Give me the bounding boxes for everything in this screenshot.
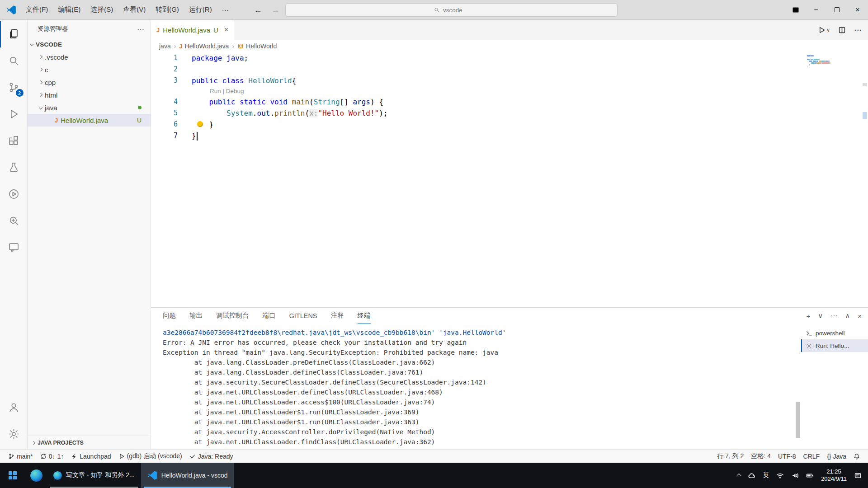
menu-more-menus[interactable]: ··· <box>217 4 234 16</box>
run-java-button[interactable]: ∨ <box>818 26 830 34</box>
taskbar-vscode-window[interactable]: HelloWorld.java - vscod <box>141 463 234 488</box>
activitybar-settings[interactable] <box>0 421 28 447</box>
menu-selection[interactable]: 选择(S) <box>85 4 118 16</box>
panel-tab-ports[interactable]: 端口 <box>263 308 276 324</box>
status-indentation[interactable]: 空格: 4 <box>747 450 774 463</box>
activitybar-run-debug[interactable] <box>0 101 28 127</box>
panel-tab-gitlens[interactable]: GITLENS <box>289 308 317 324</box>
menu-go[interactable]: 转到(G) <box>151 4 184 16</box>
panel-tab-terminal[interactable]: 终端 <box>358 308 371 324</box>
activitybar-testing[interactable] <box>0 154 28 181</box>
activitybar-search[interactable] <box>0 47 28 74</box>
activitybar-java-search[interactable] <box>0 207 28 234</box>
lightbulb-icon[interactable] <box>197 121 203 127</box>
search-input[interactable] <box>443 7 469 14</box>
minimap[interactable] <box>807 55 861 68</box>
back-button[interactable]: ← <box>254 5 262 15</box>
activitybar-feedback[interactable] <box>0 234 28 261</box>
bell-icon <box>854 453 860 460</box>
sidebar-item-dot-vscode[interactable]: .vscode <box>28 51 151 63</box>
minimize-button[interactable]: − <box>806 0 826 20</box>
status-language-mode[interactable]: {} Java <box>823 450 850 463</box>
codelens-debug-link[interactable]: Debug <box>226 88 244 94</box>
java-file-icon: J <box>156 27 160 33</box>
battery-icon[interactable] <box>806 472 814 479</box>
new-terminal-icon[interactable]: + <box>807 312 811 320</box>
editor-more-actions-icon[interactable]: ⋯ <box>854 25 862 35</box>
activitybar-explorer[interactable] <box>0 21 28 47</box>
editor-scrollbar[interactable] <box>861 52 868 307</box>
sidebar-item-cpp[interactable]: cpp <box>28 76 151 89</box>
menu-run[interactable]: 运行(R) <box>184 4 217 16</box>
terminal-line: a3e2866a74b60736984f2fdeeb8f8\redhat.jav… <box>163 328 795 338</box>
sidebar-item-java[interactable]: java <box>28 101 151 114</box>
panel-tab-debug-console[interactable]: 调试控制台 <box>216 308 249 324</box>
tray-expand-icon[interactable] <box>737 473 741 478</box>
layout-toggle-icon[interactable] <box>786 0 806 20</box>
panel-tab-comments[interactable]: 注释 <box>331 308 344 324</box>
sidebar-item-helloworld-java[interactable]: JHelloWorld.javaU <box>28 114 151 127</box>
start-button[interactable] <box>0 463 25 488</box>
clock[interactable]: 21:25 2024/9/11 <box>821 468 847 483</box>
status-debug-config[interactable]: (gdb) 启动 (vscode) <box>115 450 186 463</box>
input-language-indicator[interactable]: 英 <box>763 471 769 479</box>
terminal-scrollbar[interactable] <box>795 324 801 449</box>
activitybar-account[interactable] <box>0 394 28 421</box>
menu-file[interactable]: 文件(F) <box>21 4 53 16</box>
status-cursor-position[interactable]: 行 7, 列 2 <box>713 450 747 463</box>
maximize-button[interactable] <box>826 0 847 20</box>
terminal-line: at java.security.AccessController.doPriv… <box>163 427 795 437</box>
activitybar-gradle[interactable] <box>0 181 28 207</box>
menu-view[interactable]: 查看(V) <box>118 4 151 16</box>
cloud-icon[interactable] <box>748 472 755 479</box>
status-notifications[interactable] <box>850 450 863 463</box>
notification-center-icon[interactable] <box>854 472 862 479</box>
sidebar-item-html[interactable]: html <box>28 89 151 101</box>
tab-helloworld-java[interactable]: J HelloWorld.java U × <box>151 20 234 40</box>
status-encoding[interactable]: UTF-8 <box>774 450 800 463</box>
activitybar-extensions[interactable] <box>0 127 28 154</box>
status-java-status[interactable]: Java: Ready <box>186 450 237 463</box>
status-git-sync[interactable]: 0↓ 1↑ <box>37 450 67 463</box>
scrollbar-thumb[interactable] <box>796 402 800 438</box>
line-number: 2 <box>151 64 178 75</box>
wifi-icon[interactable] <box>776 472 784 479</box>
status-git-branch[interactable]: main* <box>5 450 37 463</box>
panel-tab-problems[interactable]: 问题 <box>163 308 176 324</box>
status-label: main* <box>17 453 33 460</box>
sidebar-more-actions-icon[interactable]: ⋯ <box>137 25 144 33</box>
search-icon <box>434 7 440 13</box>
terminal-session-powershell[interactable]: powershell <box>801 327 868 339</box>
breadcrumb-folder[interactable]: java <box>159 42 171 50</box>
terminal-session-run-hello[interactable]: Run: Hello... <box>801 339 868 352</box>
breadcrumb-symbol[interactable]: HelloWorld <box>237 42 277 50</box>
command-center-search[interactable] <box>285 3 618 17</box>
volume-icon[interactable] <box>791 472 799 479</box>
java-file-icon: J <box>179 43 182 50</box>
edge-taskbar-button[interactable] <box>25 463 47 488</box>
sidebar-item-c[interactable]: c <box>28 63 151 76</box>
codelens-run-link[interactable]: Run <box>210 88 221 94</box>
taskbar-edge-zhihu-window[interactable]: 写文章 - 知乎 和另外 2... <box>47 463 141 488</box>
terminal-dropdown-icon[interactable]: ∨ <box>818 312 823 320</box>
code-text: public static void main(String[] args) { <box>192 96 383 108</box>
terminal-output[interactable]: a3e2866a74b60736984f2fdeeb8f8\redhat.jav… <box>151 324 795 449</box>
minimap-line <box>807 66 861 68</box>
java-projects-section[interactable]: JAVA PROJECTS <box>28 436 151 449</box>
panel-tab-output[interactable]: 输出 <box>189 308 203 324</box>
status-eol[interactable]: CRLF <box>800 450 824 463</box>
activitybar-source-control[interactable]: 2 <box>0 74 28 101</box>
menu-edit[interactable]: 编辑(E) <box>53 4 85 16</box>
panel-more-actions-icon[interactable]: ⋯ <box>830 312 837 320</box>
close-panel-icon[interactable]: × <box>858 312 862 320</box>
sidebar-item-vscode-root[interactable]: VSCODE <box>28 38 151 51</box>
split-editor-icon[interactable] <box>838 26 846 34</box>
code-editor[interactable]: 1package java;23public class HelloWorld{… <box>151 52 868 307</box>
tab-close-icon[interactable]: × <box>224 26 228 34</box>
terminal-line: at java.security.SecureClassLoader.defin… <box>163 377 795 387</box>
status-launchpad[interactable]: Launchpad <box>67 450 114 463</box>
breadcrumb-file[interactable]: J HelloWorld.java <box>179 42 229 50</box>
maximize-panel-icon[interactable]: ∧ <box>845 312 850 320</box>
close-button[interactable]: × <box>847 0 868 20</box>
forward-button[interactable]: → <box>271 5 279 15</box>
